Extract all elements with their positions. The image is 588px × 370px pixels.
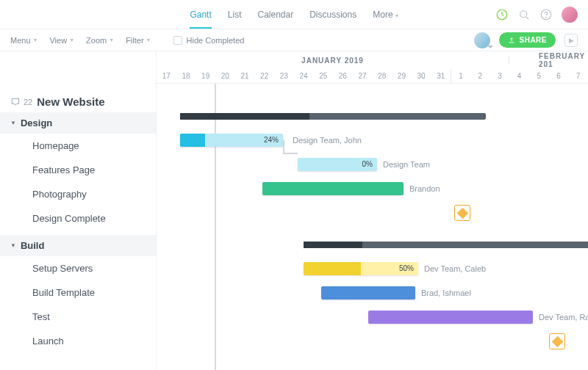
day-cell: 5: [529, 69, 549, 83]
clock-icon[interactable]: [495, 8, 509, 21]
menu-button[interactable]: Menu▼: [10, 36, 37, 45]
task-row-homepage[interactable]: Homepage: [0, 134, 156, 158]
top-nav: Gantt List Calendar Discussions More: [0, 0, 588, 29]
day-cell: 27: [353, 69, 373, 83]
day-cell: 24: [294, 69, 314, 83]
timeline-months: JANUARY 2019 FEBRUARY 201: [157, 51, 588, 69]
day-cell: 18: [176, 69, 196, 83]
top-nav-right: [495, 0, 578, 29]
milestone-launch[interactable]: [157, 330, 588, 354]
task-row-build-template[interactable]: Build Template: [0, 280, 156, 305]
timeline-days: 1718192021222324252627282930311234567: [157, 69, 588, 84]
group-row-build[interactable]: ▼Build: [0, 235, 156, 256]
month-february: FEBRUARY 201: [509, 52, 588, 68]
search-icon[interactable]: [517, 8, 531, 21]
day-cell: 20: [215, 69, 235, 83]
day-cell: 30: [412, 69, 431, 83]
user-avatar[interactable]: [562, 7, 578, 23]
hide-completed-label: Hide Completed: [187, 36, 245, 45]
bar-build-template[interactable]: Brad, Ishmael: [157, 281, 588, 305]
day-cell: 7: [568, 69, 588, 83]
main-area: 22 New Website ▼Design Homepage Features…: [0, 51, 588, 370]
bar-test[interactable]: Dev Team, Ray, Kelsey: [157, 305, 588, 330]
tab-calendar[interactable]: Calendar: [257, 1, 293, 29]
task-row-photography[interactable]: Photography: [0, 182, 156, 206]
day-cell: 19: [196, 69, 215, 83]
svg-point-3: [546, 17, 547, 18]
help-icon[interactable]: [539, 8, 553, 21]
comments-count[interactable]: 22: [10, 97, 32, 107]
day-cell: 4: [509, 69, 529, 83]
tab-discussions[interactable]: Discussions: [309, 1, 356, 29]
view-button[interactable]: View▼: [49, 36, 74, 45]
bar-photography[interactable]: Brandon: [157, 177, 588, 201]
day-cell: 3: [490, 69, 510, 83]
share-icon: [508, 37, 515, 44]
share-button[interactable]: SHARE: [499, 32, 556, 48]
bar-setup-servers[interactable]: 50% Dev Team, Caleb: [157, 257, 588, 281]
milestone-design-complete[interactable]: [157, 201, 588, 225]
day-cell: 21: [235, 69, 255, 83]
filter-button[interactable]: Filter▼: [126, 36, 151, 45]
day-cell: 26: [333, 69, 353, 83]
task-row-design-complete[interactable]: Design Complete: [0, 206, 156, 231]
gantt-body: 24% Design Team, John 0% Design Team Bra…: [157, 84, 588, 354]
bar-summary-design[interactable]: [157, 104, 588, 128]
view-tabs: Gantt List Calendar Discussions More: [190, 1, 398, 29]
day-cell: 29: [392, 69, 412, 83]
bar-features[interactable]: 0% Design Team: [157, 153, 588, 177]
day-cell: 28: [372, 69, 392, 83]
task-row-launch[interactable]: Launch: [0, 329, 156, 353]
project-header: 22 New Website: [0, 91, 156, 112]
day-cell: 23: [274, 69, 294, 83]
gantt-chart[interactable]: JANUARY 2019 FEBRUARY 201 17181920212223…: [157, 51, 588, 370]
task-row-setup-servers[interactable]: Setup Servers: [0, 256, 156, 280]
group-row-design[interactable]: ▼Design: [0, 112, 156, 134]
day-cell: 25: [313, 69, 333, 83]
task-sidebar: 22 New Website ▼Design Homepage Features…: [0, 51, 157, 370]
day-cell: 22: [254, 69, 274, 83]
toolbar: Menu▼ View▼ Zoom▼ Filter▼ Hide Completed…: [0, 29, 588, 51]
month-january: JANUARY 2019: [157, 57, 509, 65]
bar-summary-build[interactable]: [157, 233, 588, 257]
day-cell: 1: [451, 69, 470, 83]
svg-point-1: [520, 11, 527, 18]
tab-list[interactable]: List: [228, 1, 242, 29]
project-owner-avatar[interactable]: [474, 32, 490, 48]
tab-more[interactable]: More: [373, 1, 398, 29]
project-title: New Website: [37, 95, 104, 108]
task-row-features[interactable]: Features Page: [0, 158, 156, 182]
tab-gantt[interactable]: Gantt: [190, 1, 211, 29]
day-cell: 2: [470, 69, 490, 83]
bar-homepage[interactable]: 24% Design Team, John: [157, 128, 588, 153]
zoom-button[interactable]: Zoom▼: [86, 36, 114, 45]
day-cell: 6: [549, 69, 569, 83]
expand-icon[interactable]: ▶: [564, 34, 578, 47]
task-row-test[interactable]: Test: [0, 305, 156, 329]
hide-completed-checkbox[interactable]: [173, 36, 182, 45]
day-cell: 31: [431, 69, 451, 83]
day-cell: 17: [157, 69, 176, 83]
